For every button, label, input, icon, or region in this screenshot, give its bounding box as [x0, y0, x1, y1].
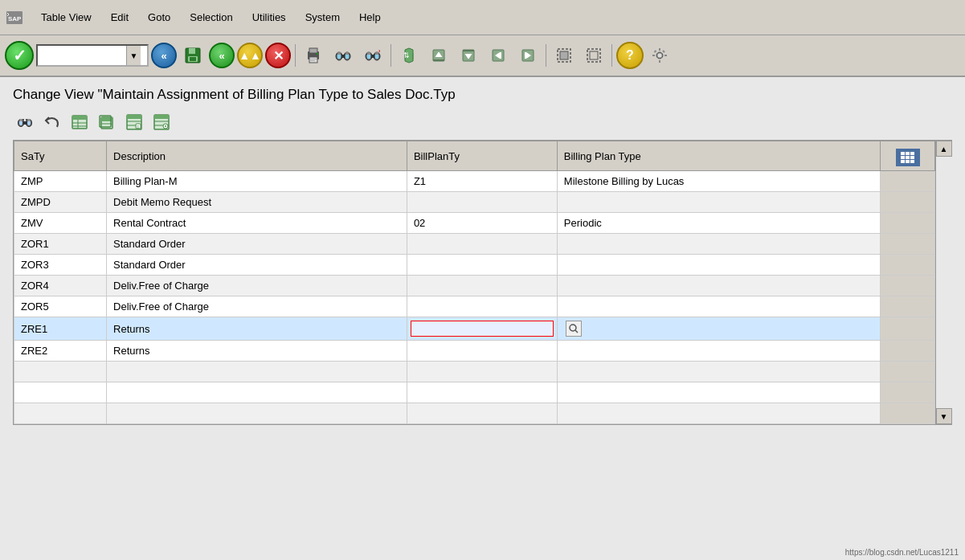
header-col-chooser[interactable]: [881, 141, 935, 171]
svg-point-77: [570, 325, 576, 331]
svg-rect-8: [309, 57, 317, 63]
cell-billing-plan-type: [557, 192, 881, 213]
page-down-button[interactable]: [455, 42, 482, 69]
table-row: ZOR1Standard Order: [14, 234, 935, 255]
sub-new-entries-button[interactable]: [67, 111, 92, 133]
cell-billing-plan-type: [557, 317, 881, 341]
column-chooser-button[interactable]: [896, 149, 920, 166]
menu-edit[interactable]: Edit: [102, 7, 137, 27]
find-button[interactable]: [329, 42, 357, 69]
svg-rect-14: [341, 55, 346, 58]
cell-saty: ZMP: [14, 171, 107, 192]
svg-rect-39: [590, 51, 598, 59]
table-row: ZOR3Standard Order: [14, 255, 935, 276]
cell-saty: ZMV: [14, 213, 107, 234]
search-billing-type-button[interactable]: [566, 321, 582, 337]
separator-3: [546, 44, 546, 67]
command-input[interactable]: [38, 46, 126, 65]
scroll-up-button[interactable]: ▲: [936, 141, 952, 157]
table-row: ZMVRental Contract02Periodic: [14, 213, 935, 234]
save-button[interactable]: [179, 42, 206, 69]
sub-copy-button[interactable]: [95, 111, 119, 133]
cell-description: Rental Contract: [107, 213, 407, 234]
sub-config-button[interactable]: [149, 111, 174, 133]
table-row: ZMPDDebit Memo Request: [14, 192, 935, 213]
menubar: SAP Table View Edit Goto Selection Utili…: [0, 0, 965, 35]
menu-goto[interactable]: Goto: [139, 7, 179, 27]
cell-empty: [881, 276, 935, 296]
watermark: https://blog.csdn.net/Lucas1211: [845, 548, 959, 557]
svg-rect-9: [310, 59, 317, 59]
cell-saty: [14, 362, 107, 382]
cell-billplanty[interactable]: [407, 317, 557, 341]
cell-billplanty: 02: [407, 213, 557, 234]
cell-billing-plan-type: [557, 255, 881, 276]
find-next-button[interactable]: ›: [359, 42, 386, 69]
page-up-button[interactable]: [425, 42, 452, 69]
cell-empty: [881, 171, 935, 192]
table-row: [14, 362, 935, 382]
header-billing-plan-type: Billing Plan Type: [557, 141, 881, 171]
sub-undo-button[interactable]: [40, 111, 64, 133]
svg-rect-46: [662, 50, 665, 53]
first-page-button[interactable]: «: [151, 43, 177, 68]
cell-empty: [881, 213, 935, 234]
confirm-button[interactable]: ✓: [5, 41, 34, 70]
cell-description: Standard Order: [107, 234, 407, 255]
cell-billplanty: [407, 382, 557, 403]
menu-table-view[interactable]: Table View: [32, 7, 100, 27]
menu-help[interactable]: Help: [350, 7, 390, 27]
svg-rect-31: [463, 50, 474, 51]
transfer-left-button[interactable]: [485, 42, 512, 69]
menu-utilities[interactable]: Utilities: [243, 7, 295, 27]
cell-billplanty: [407, 296, 557, 317]
table-container: SaTy Description BillPlanTy Billing Plan…: [13, 140, 952, 425]
command-dropdown[interactable]: ▼: [126, 46, 141, 65]
help-button[interactable]: ?: [616, 42, 644, 69]
billplanty-input[interactable]: [411, 323, 553, 335]
billplanty-input-wrapper: [411, 321, 554, 337]
deselect-button[interactable]: [580, 42, 607, 69]
cell-billing-plan-type: [557, 296, 881, 317]
cell-empty: [881, 255, 935, 276]
up-button[interactable]: ▲▲: [237, 43, 263, 68]
print-button[interactable]: [300, 42, 327, 69]
table-row: [14, 403, 935, 424]
cell-saty: ZMPD: [14, 192, 107, 213]
cell-saty: ZRE1: [14, 317, 107, 341]
svg-rect-18: [346, 52, 349, 55]
cell-saty: ZOR3: [14, 255, 107, 276]
cell-description: [107, 382, 407, 403]
svg-text:SAP: SAP: [8, 15, 22, 22]
settings-button[interactable]: [646, 42, 673, 69]
sub-detail-button[interactable]: ≡: [122, 111, 146, 133]
svg-rect-44: [664, 55, 667, 56]
svg-rect-41: [659, 48, 660, 51]
menu-system[interactable]: System: [296, 7, 349, 27]
cell-empty: [881, 362, 935, 382]
cell-empty: [881, 234, 935, 255]
scroll-down-button[interactable]: ▼: [936, 408, 952, 424]
scroll-track: [936, 157, 952, 408]
cell-billplanty: [407, 255, 557, 276]
svg-point-76: [165, 125, 166, 127]
cell-billing-plan-type: Periodic: [557, 213, 881, 234]
cell-saty: [14, 403, 107, 424]
sub-find-button[interactable]: [13, 111, 37, 133]
cell-description: Returns: [107, 341, 407, 362]
svg-rect-38: [587, 49, 600, 62]
svg-rect-66: [127, 115, 141, 119]
select-block-button[interactable]: [550, 42, 578, 69]
table-row: ZRE1Returns: [14, 317, 935, 341]
command-field: ▼: [36, 44, 149, 67]
menu-selection[interactable]: Selection: [181, 7, 241, 27]
cell-billing-plan-type: [557, 276, 881, 296]
back-button[interactable]: «: [209, 43, 235, 68]
svg-rect-35: [525, 52, 526, 59]
svg-rect-57: [72, 116, 87, 120]
cancel-button[interactable]: ✕: [265, 43, 291, 68]
transfer-right-button[interactable]: [514, 42, 542, 69]
sort-button[interactable]: ⇅: [395, 42, 423, 69]
svg-rect-37: [560, 51, 568, 59]
svg-rect-7: [309, 48, 317, 53]
